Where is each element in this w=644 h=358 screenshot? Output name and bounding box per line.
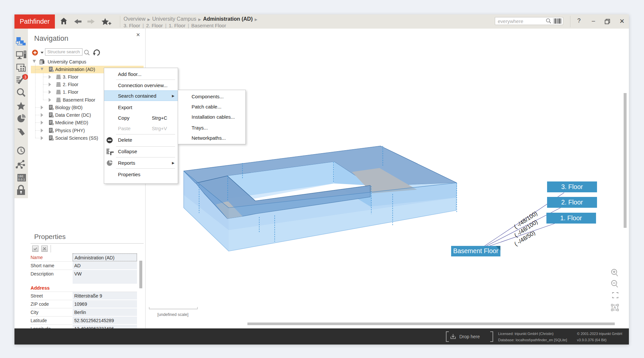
- svg-text:2. Floor: 2. Floor: [561, 199, 583, 206]
- svg-text:0.0.1: 0.0.1: [18, 178, 25, 181]
- svg-text:Drop here: Drop here: [459, 334, 480, 339]
- svg-text:Basement Floor: Basement Floor: [453, 247, 498, 254]
- svg-text:[undefined scale]: [undefined scale]: [157, 312, 189, 317]
- svg-text:3. Floor: 3. Floor: [561, 183, 583, 190]
- svg-text:A: A: [613, 305, 616, 310]
- svg-text:1. Floor: 1. Floor: [560, 214, 582, 222]
